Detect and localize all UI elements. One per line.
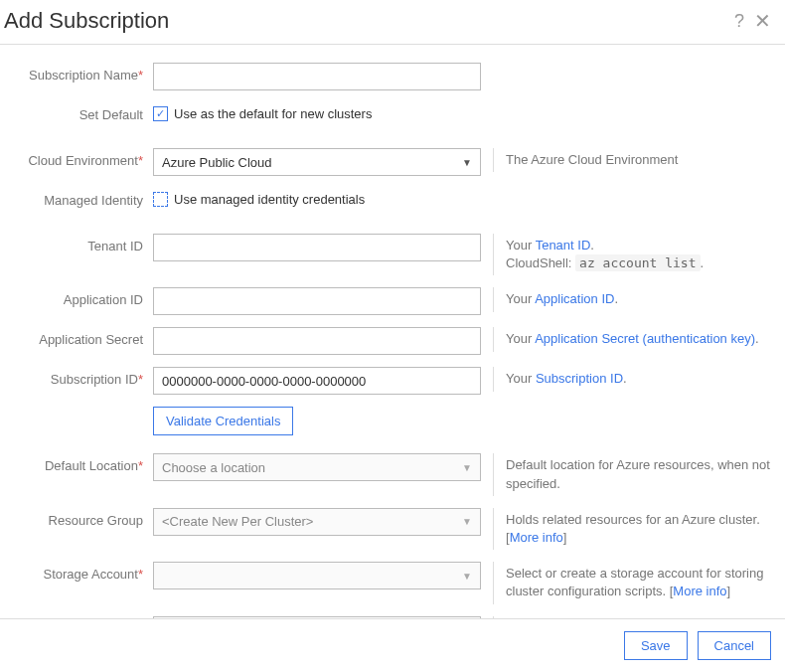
row-application-id: Application ID Your Application ID. xyxy=(14,287,771,315)
row-resource-group: Resource Group <Create New Per Cluster> … xyxy=(14,508,771,550)
subscription-name-input[interactable] xyxy=(153,63,481,90)
cloud-environment-value: Azure Public Cloud xyxy=(162,155,272,170)
help-tenant-id: Your Tenant ID. CloudShell: az account l… xyxy=(493,234,771,275)
label-tenant-id: Tenant ID xyxy=(14,234,153,253)
save-button[interactable]: Save xyxy=(624,631,688,660)
dialog-header: Add Subscription ? ✕ xyxy=(0,0,785,45)
row-cloud-environment: Cloud Environment* Azure Public Cloud ▼ … xyxy=(14,148,771,176)
check-icon: ✓ xyxy=(153,106,168,121)
label-set-default: Set Default xyxy=(14,102,153,122)
managed-identity-checkbox[interactable]: Use managed identity credentials xyxy=(153,188,481,207)
row-application-secret: Application Secret Your Application Secr… xyxy=(14,327,771,355)
application-id-input[interactable] xyxy=(153,287,481,315)
validate-credentials-button[interactable]: Validate Credentials xyxy=(153,407,293,435)
tenant-id-input[interactable] xyxy=(153,234,481,261)
row-default-location: Default Location* Choose a location ▼ De… xyxy=(14,453,771,495)
help-storage-account: Select or create a storage account for s… xyxy=(493,562,771,603)
tenant-id-link[interactable]: Tenant ID xyxy=(536,238,591,252)
dialog-footer: Save Cancel xyxy=(0,618,785,672)
label-subscription-name: Subscription Name* xyxy=(14,63,153,83)
help-icon[interactable]: ? xyxy=(734,12,744,30)
row-storage-account: Storage Account* ▼ Select or create a st… xyxy=(14,562,771,603)
row-subscription-name: Subscription Name* xyxy=(14,63,771,90)
close-icon[interactable]: ✕ xyxy=(754,11,771,31)
help-default-location: Default location for Azure resources, wh… xyxy=(493,453,771,495)
label-managed-identity: Managed Identity xyxy=(14,188,153,208)
unchecked-icon xyxy=(153,192,168,207)
cancel-button[interactable]: Cancel xyxy=(698,631,771,660)
set-default-checkbox-label: Use as the default for new clusters xyxy=(174,106,372,121)
help-subscription-id: Your Subscription ID. xyxy=(493,367,771,391)
application-secret-input[interactable] xyxy=(153,327,481,355)
set-default-checkbox[interactable]: ✓ Use as the default for new clusters xyxy=(153,102,481,121)
row-set-default: Set Default ✓ Use as the default for new… xyxy=(14,102,771,130)
application-secret-link[interactable]: Application Secret (authentication key) xyxy=(535,331,755,346)
dialog-content: Subscription Name* Set Default ✓ Use as … xyxy=(0,45,785,618)
row-managed-identity: Managed Identity Use managed identity cr… xyxy=(14,188,771,216)
add-subscription-dialog: Add Subscription ? ✕ Subscription Name* … xyxy=(0,0,785,672)
row-validate: Validate Credentials xyxy=(14,407,771,435)
label-resource-group: Resource Group xyxy=(14,508,153,528)
label-default-location: Default Location* xyxy=(14,453,153,473)
label-application-secret: Application Secret xyxy=(14,327,153,347)
resource-group-select[interactable]: <Create New Per Cluster> ▼ xyxy=(153,508,481,536)
label-subscription-id: Subscription ID* xyxy=(14,367,153,387)
cloudshell-command: az account list xyxy=(575,254,700,271)
label-storage-account: Storage Account* xyxy=(14,562,153,582)
row-tenant-id: Tenant ID Your Tenant ID. CloudShell: az… xyxy=(14,234,771,275)
subscription-id-link[interactable]: Subscription ID xyxy=(536,371,623,386)
resource-group-more-info-link[interactable]: More info xyxy=(510,530,563,545)
row-subscription-id: Subscription ID* Your Subscription ID. xyxy=(14,367,771,395)
label-cloud-environment: Cloud Environment* xyxy=(14,148,153,168)
help-resource-group: Holds related resources for an Azure clu… xyxy=(493,508,771,550)
default-location-select[interactable]: Choose a location ▼ xyxy=(153,453,481,481)
managed-identity-checkbox-label: Use managed identity credentials xyxy=(174,192,365,207)
dialog-title: Add Subscription xyxy=(4,8,169,34)
chevron-down-icon: ▼ xyxy=(462,462,472,473)
application-id-link[interactable]: Application ID xyxy=(535,291,614,306)
resource-group-value: <Create New Per Cluster> xyxy=(162,514,313,529)
chevron-down-icon: ▼ xyxy=(462,571,472,582)
label-application-id: Application ID xyxy=(14,287,153,307)
help-application-id: Your Application ID. xyxy=(493,287,771,311)
chevron-down-icon: ▼ xyxy=(462,516,472,527)
help-application-secret: Your Application Secret (authentication … xyxy=(493,327,771,351)
storage-account-more-info-link[interactable]: More info xyxy=(673,584,726,598)
storage-account-select[interactable]: ▼ xyxy=(153,562,481,589)
header-icons: ? ✕ xyxy=(734,11,771,31)
cloud-environment-select[interactable]: Azure Public Cloud ▼ xyxy=(153,148,481,176)
subscription-id-input[interactable] xyxy=(153,367,481,395)
default-location-value: Choose a location xyxy=(162,460,265,475)
chevron-down-icon: ▼ xyxy=(462,157,472,168)
help-cloud-environment: The Azure Cloud Environment xyxy=(493,148,771,172)
